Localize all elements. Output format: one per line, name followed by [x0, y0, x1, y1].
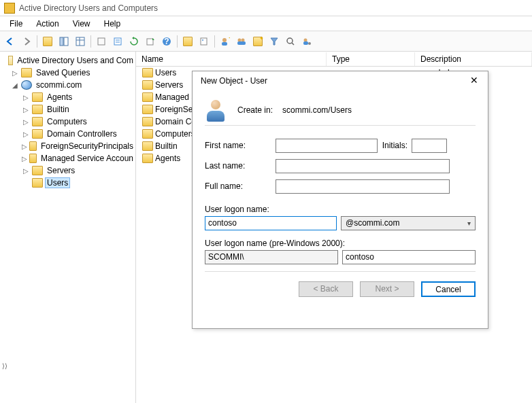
tree-pane[interactable]: Active Directory Users and Com ▷ Saved Q… [0, 52, 136, 403]
find-button[interactable] [197, 34, 212, 49]
dialog-titlebar: New Object - User ✕ [193, 71, 488, 90]
svg-text:✦: ✦ [228, 37, 230, 43]
tree-builtin[interactable]: ▷ Builtin [0, 103, 135, 116]
svg-rect-23 [303, 41, 308, 45]
expand-icon[interactable]: ▷ [22, 167, 30, 175]
pre-windows-user-input[interactable] [342, 250, 476, 264]
pane-expand-handle[interactable]: ⟩⟩ [2, 355, 7, 376]
folder-icon [142, 129, 153, 139]
filter-button[interactable] [267, 34, 282, 49]
create-in-row: Create in: scommi.com/Users [205, 94, 476, 126]
col-name[interactable]: Name [136, 52, 327, 66]
domain-suffix-dropdown[interactable]: @scommi.com ▾ [341, 216, 476, 230]
collapse-icon[interactable]: ◢ [11, 82, 19, 89]
app-icon [4, 3, 15, 14]
expand-icon[interactable]: ▷ [11, 69, 19, 77]
dialog-title: New Object - User [201, 76, 267, 86]
menu-file[interactable]: File [3, 17, 29, 31]
tree-agents[interactable]: ▷ Agents [0, 91, 135, 103]
logon-name-input[interactable] [205, 216, 337, 230]
pre-windows-label: User logon name (pre-Windows 2000): [205, 239, 476, 248]
new-container-button[interactable] [180, 34, 195, 49]
tree-foreign-security-principals[interactable]: ▷ ForeignSecurityPrincipals [0, 140, 135, 152]
svg-rect-12 [201, 38, 207, 45]
forward-button[interactable] [19, 34, 34, 49]
tree-domain-controllers[interactable]: ▷ Domain Controllers [0, 128, 135, 140]
expand-icon[interactable]: ▷ [22, 130, 30, 138]
item-name: Builtin [155, 141, 178, 151]
svg-rect-0 [60, 37, 63, 46]
help-button[interactable]: ? [159, 34, 174, 49]
initials-input[interactable] [412, 139, 447, 153]
find-objects-button[interactable] [283, 34, 298, 49]
cut-button[interactable] [94, 34, 109, 49]
folder-icon [32, 166, 43, 175]
folder-icon [32, 117, 43, 126]
folder-icon [142, 141, 153, 151]
back-button[interactable]: < Back [299, 281, 353, 297]
first-name-input[interactable] [276, 139, 378, 153]
tree-label-selected: Users [45, 177, 70, 188]
svg-point-20 [287, 38, 293, 43]
last-name-input[interactable] [276, 159, 450, 173]
show-hide-tree-button[interactable] [56, 34, 71, 49]
next-button[interactable]: Next > [360, 281, 414, 297]
tree-label: Domain Controllers [45, 128, 119, 139]
tree-managed-service-accounts[interactable]: ▷ Managed Service Accoun [0, 152, 135, 164]
col-type[interactable]: Type [327, 52, 415, 66]
col-description[interactable]: Description [415, 52, 532, 66]
tree-computers[interactable]: ▷ Computers [0, 116, 135, 128]
refresh-button[interactable] [127, 34, 142, 49]
tree-label: scommi.com [34, 80, 84, 90]
expand-icon[interactable]: ▷ [22, 106, 30, 113]
folder-icon [142, 68, 153, 77]
svg-line-21 [292, 43, 294, 45]
create-in-path: scommi.com/Users [282, 105, 352, 115]
tree-label: Builtin [45, 104, 71, 115]
folder-icon [142, 105, 153, 114]
tree-label: Servers [45, 165, 77, 176]
cancel-button[interactable]: Cancel [421, 281, 476, 297]
full-name-input[interactable] [276, 179, 450, 194]
tree-label: Managed Service Accoun [39, 153, 135, 164]
svg-point-22 [304, 38, 307, 41]
full-name-label: Full name: [205, 181, 276, 191]
menu-view[interactable]: View [66, 17, 97, 31]
svg-rect-19 [237, 41, 246, 45]
up-button[interactable] [40, 34, 55, 49]
tree-root[interactable]: Active Directory Users and Com [0, 54, 135, 67]
add-to-group-button[interactable] [299, 34, 314, 49]
tree-saved-queries[interactable]: ▷ Saved Queries [0, 67, 135, 79]
tree-domain[interactable]: ◢ scommi.com [0, 79, 135, 91]
svg-text:?: ? [164, 37, 169, 46]
new-user-dialog: New Object - User ✕ Create in: scommi.co… [192, 71, 488, 329]
expand-icon[interactable]: ▷ [22, 143, 27, 150]
svg-point-17 [238, 38, 242, 41]
back-button[interactable] [3, 34, 18, 49]
folder-icon [29, 154, 37, 163]
properties-button[interactable] [110, 34, 125, 49]
tree-users[interactable]: Users [0, 177, 135, 189]
menu-action[interactable]: Action [29, 17, 65, 31]
tree-servers[interactable]: ▷ Servers [0, 164, 135, 177]
close-button[interactable]: ✕ [466, 74, 482, 88]
svg-point-24 [308, 42, 311, 45]
expand-icon[interactable]: ▷ [22, 94, 30, 101]
new-user-button[interactable]: ✦ [218, 34, 233, 49]
expand-icon[interactable]: ▷ [22, 118, 30, 126]
window-titlebar: Active Directory Users and Computers [0, 0, 532, 16]
expand-icon[interactable]: ▷ [22, 155, 27, 162]
new-ou-button[interactable]: ✦ [250, 34, 265, 49]
create-in-label: Create in: [237, 105, 273, 115]
folder-icon [32, 178, 43, 188]
tree-root-label: Active Directory Users and Com [15, 55, 135, 66]
details-button[interactable] [73, 34, 88, 49]
export-button[interactable] [143, 34, 158, 49]
new-group-button[interactable] [234, 34, 249, 49]
menu-help[interactable]: Help [97, 17, 128, 31]
svg-rect-9 [147, 39, 153, 45]
folder-icon [142, 80, 153, 90]
folder-icon [21, 68, 32, 77]
first-name-label: First name: [205, 141, 276, 150]
menubar: File Action View Help [0, 16, 532, 31]
